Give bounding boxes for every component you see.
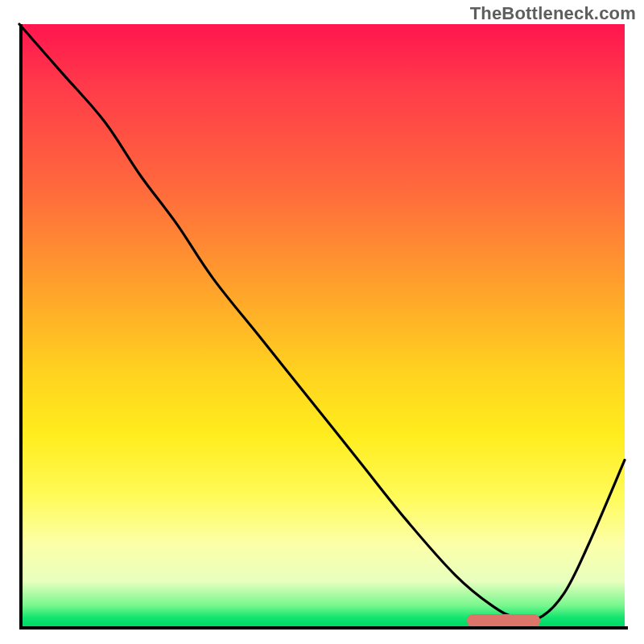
curve-path <box>19 24 625 620</box>
attribution-label: TheBottleneck.com <box>470 3 636 24</box>
bottleneck-curve <box>19 24 625 630</box>
x-axis <box>19 626 628 630</box>
y-axis <box>19 24 23 630</box>
optimal-range-marker <box>467 614 539 627</box>
chart-container: TheBottleneck.com <box>0 0 644 644</box>
